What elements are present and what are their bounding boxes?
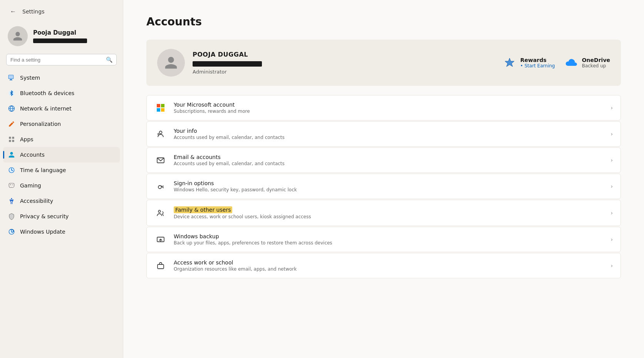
settings-item-family-users[interactable]: Family & other users Device access, work… [146,200,621,226]
main-content: Accounts POOJA DUGGAL Administrator Rewa… [123,0,644,358]
back-button[interactable]: ← [8,6,18,17]
profile-info: POOJA DUGGAL Administrator [193,51,495,75]
sidebar-item-personalization[interactable]: Personalization [3,116,120,132]
search-bar[interactable]: 🔍 [6,54,117,65]
settings-item-desc-windows-backup: Back up your files, apps, preferences to… [174,240,604,246]
svg-rect-19 [161,108,164,112]
sidebar-item-apps[interactable]: Apps [3,132,120,147]
sidebar-item-bluetooth[interactable]: Bluetooth & devices [3,85,120,101]
settings-item-microsoft-account[interactable]: Your Microsoft account Subscriptions, re… [146,95,621,120]
email-accounts-icon [154,154,167,166]
settings-item-email-accounts[interactable]: Email & accounts Accounts used by email,… [146,147,621,173]
apps-icon [8,136,15,143]
privacy-icon [8,212,15,220]
search-input[interactable] [10,57,103,63]
profile-username: POOJA DUGGAL [193,51,495,58]
microsoft-account-icon [154,102,167,114]
rewards-label: Rewards [520,57,555,63]
svg-rect-7 [9,137,11,139]
svg-rect-8 [12,137,14,139]
sidebar-item-time[interactable]: Time & language [3,162,120,178]
settings-item-title-email-accounts: Email & accounts [174,154,604,160]
sidebar-item-network[interactable]: Network & internet [3,101,120,116]
settings-item-title-access-work: Access work or school [174,259,604,266]
user-profile: Pooja Duggal [0,20,123,54]
sidebar-item-label-accessibility: Accessibility [20,198,53,204]
avatar [8,26,28,46]
time-icon [8,166,15,174]
rewards-sub: • Start Earning [520,63,555,69]
access-work-icon [154,259,167,272]
profile-role: Administrator [193,69,495,75]
sidebar-item-accessibility[interactable]: Accessibility [3,193,120,209]
back-icon: ← [10,8,16,15]
settings-item-access-work[interactable]: Access work or school Organization resou… [146,253,621,278]
settings-item-signin-options[interactable]: Sign-in options Windows Hello, security … [146,174,621,199]
profile-actions: Rewards • Start Earning OneDrive Backed … [503,56,610,70]
settings-item-text-access-work: Access work or school Organization resou… [174,259,604,272]
settings-item-title-windows-backup: Windows backup [174,233,604,239]
sidebar-item-system[interactable]: System [3,70,120,85]
settings-item-desc-microsoft-account: Subscriptions, rewards and more [174,109,604,114]
rewards-icon [503,56,517,70]
svg-point-13 [11,198,12,199]
sidebar-item-label-bluetooth: Bluetooth & devices [20,90,74,96]
onedrive-sub: Backed up [582,63,610,69]
sidebar-item-update[interactable]: Windows Update [3,224,120,239]
page-title: Accounts [146,15,621,28]
onedrive-icon [564,56,578,70]
chevron-icon-windows-backup: › [610,236,613,243]
svg-rect-10 [12,140,14,142]
settings-item-your-info[interactable]: Your info Accounts used by email, calend… [146,121,621,147]
rewards-item[interactable]: Rewards • Start Earning [503,56,555,70]
user-name: Pooja Duggal [33,29,87,36]
window-title: Settings [22,8,44,15]
sidebar-item-privacy[interactable]: Privacy & security [3,209,120,224]
sidebar-header: ← Settings [0,0,123,20]
sidebar-item-label-privacy: Privacy & security [20,213,69,219]
settings-item-title-microsoft-account: Your Microsoft account [174,102,604,108]
sidebar-item-gaming[interactable]: Gaming [3,178,120,193]
network-icon [8,105,15,112]
sidebar: ← Settings Pooja Duggal 🔍 System [0,0,123,358]
profile-card: POOJA DUGGAL Administrator Rewards • Sta… [146,40,621,86]
sidebar-item-label-gaming: Gaming [20,182,41,189]
svg-marker-15 [505,58,514,67]
svg-point-25 [158,210,161,212]
sidebar-item-label-apps: Apps [20,136,34,142]
chevron-icon-access-work: › [610,263,613,269]
nav-list: System Bluetooth & devices Network & int… [0,70,123,239]
profile-name-bar-decoration [193,61,262,67]
chevron-icon-your-info: › [610,131,613,137]
user-avatar-icon [12,31,23,42]
svg-rect-3 [10,80,13,80]
personalization-icon [8,120,15,128]
svg-rect-28 [158,264,164,269]
sidebar-item-label-network: Network & internet [20,105,72,112]
settings-item-text-family-users: Family & other users Device access, work… [174,206,604,219]
sidebar-item-label-update: Windows Update [20,229,65,235]
svg-rect-9 [9,140,11,142]
settings-item-text-email-accounts: Email & accounts Accounts used by email,… [174,154,604,166]
system-icon [8,74,15,82]
sidebar-item-label-time: Time & language [20,167,66,173]
settings-item-text-your-info: Your info Accounts used by email, calend… [174,128,604,140]
onedrive-item[interactable]: OneDrive Backed up [564,56,610,70]
chevron-icon-email-accounts: › [610,157,613,163]
svg-rect-18 [157,108,160,112]
chevron-icon-signin-options: › [610,183,613,189]
chevron-icon-family-users: › [610,210,613,216]
settings-item-desc-family-users: Device access, work or school users, kio… [174,214,604,219]
settings-item-windows-backup[interactable]: Windows backup Back up your files, apps,… [146,227,621,252]
svg-rect-2 [10,79,12,80]
update-icon [8,228,15,236]
windows-backup-icon [154,233,167,246]
sidebar-item-label-personalization: Personalization [20,121,61,127]
settings-item-desc-access-work: Organization resources like email, apps,… [174,266,604,272]
settings-list: Your Microsoft account Subscriptions, re… [146,95,621,278]
profile-avatar-icon [164,55,178,70]
sidebar-item-accounts[interactable]: Accounts [3,147,120,162]
bluetooth-icon [8,89,15,97]
settings-item-desc-email-accounts: Accounts used by email, calendar, and co… [174,161,604,166]
svg-point-12 [12,185,13,186]
